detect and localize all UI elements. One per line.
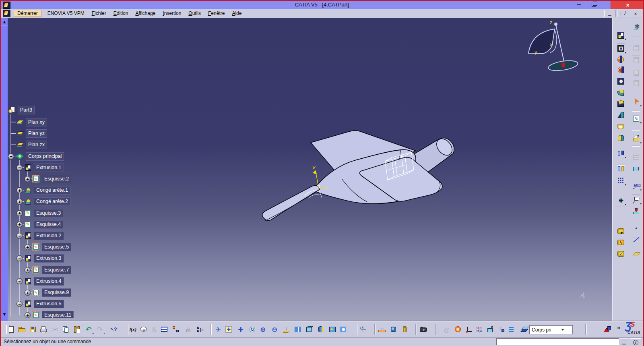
measure-item-button[interactable] — [389, 325, 398, 334]
restore-button[interactable] — [587, 1, 601, 9]
knowledge-inspector-button[interactable]: ≈ — [139, 325, 148, 334]
shell-button[interactable] — [617, 122, 625, 131]
edge-fillet-button[interactable] — [617, 89, 625, 97]
tree-expander-esquisse-3[interactable]: + — [17, 210, 23, 216]
tree-expander-esquisse-4[interactable]: + — [17, 222, 23, 228]
undo-button[interactable]: ↶▾ — [84, 325, 93, 334]
capture-button[interactable] — [419, 325, 428, 334]
whats-this-button[interactable]: ↖? — [109, 325, 118, 334]
menu-item-enovia-v5-vpm[interactable]: ENOVIA V5 VPM — [44, 10, 88, 17]
tree-icon-esquisse-2[interactable]: ✎ — [32, 175, 39, 182]
tree-expander-extrusion-4[interactable]: − — [17, 278, 23, 284]
tree-icon-extrusion-1[interactable] — [24, 164, 31, 171]
tree-icon-conge-arete-2[interactable] — [24, 198, 31, 205]
tree-item-extrusion-2[interactable]: Extrusion.2 — [34, 232, 64, 240]
tree-icon-extrusion-5[interactable] — [24, 300, 31, 307]
isometric-view-button[interactable] — [305, 325, 314, 334]
tree-expander-esquisse-9[interactable]: + — [25, 290, 31, 296]
more-tools-button[interactable]: » — [614, 325, 623, 334]
power-input-button[interactable] — [454, 325, 462, 334]
point-button[interactable] — [632, 224, 641, 233]
menu-item-affichage[interactable]: Affichage — [132, 10, 159, 17]
render-style-button[interactable] — [316, 325, 325, 334]
pan-button[interactable]: ✚ — [236, 325, 245, 334]
tree-expander-esquisse-7[interactable]: + — [25, 267, 31, 273]
multi-view-button[interactable] — [293, 325, 302, 334]
redo-button[interactable]: ↷▾ — [95, 325, 104, 334]
tree-item-extrusion-3[interactable]: Extrusion.3 — [34, 254, 64, 263]
mdi-restore-button[interactable] — [617, 10, 628, 17]
zoom-in-button[interactable]: ⊕ — [258, 325, 267, 334]
close-button[interactable]: × — [611, 1, 644, 10]
paste-button[interactable] — [73, 325, 82, 334]
lock-button[interactable]: ∩ — [184, 325, 193, 334]
shaft-button[interactable] — [617, 55, 625, 64]
fly-mode-button[interactable]: ✈ — [214, 325, 223, 334]
menu-item-insertion[interactable]: Insertion — [159, 10, 185, 17]
scroll-up-arrow[interactable]: ▲ — [1, 19, 8, 25]
print-button[interactable] — [39, 325, 48, 334]
new-document-button[interactable] — [7, 325, 16, 334]
disabled-feature-2-button[interactable] — [632, 56, 641, 65]
line-button[interactable] — [632, 235, 641, 244]
body-selector-combo[interactable]: Corps principal — [529, 325, 573, 334]
tree-icon-conge-arete-1[interactable] — [24, 186, 31, 194]
open-catalog-button[interactable]: ▾ — [632, 135, 641, 143]
measure-inertia-button[interactable] — [400, 325, 409, 334]
menu-item-fichier[interactable]: Fichier — [88, 10, 110, 17]
stamp-button[interactable] — [632, 207, 641, 216]
close-surface-button[interactable] — [520, 325, 528, 334]
tree-item-esquisse-9[interactable]: Esquisse.9 — [42, 288, 71, 297]
mirror-button[interactable] — [617, 164, 625, 173]
tree-item-esquisse-4[interactable]: Esquisse.4 — [34, 220, 63, 229]
tree-icon-esquisse-7[interactable]: ✎ — [32, 266, 39, 273]
tree-icon-plan-zx[interactable] — [16, 141, 23, 148]
dialog-toggle-button[interactable] — [619, 338, 629, 346]
normal-view-button[interactable]: ↑ — [282, 325, 291, 334]
catalog-instantiate-button[interactable]: ✓ — [617, 249, 625, 258]
tree-icon-esquisse-11[interactable]: ✎ — [32, 311, 39, 318]
hide-show-button[interactable] — [328, 325, 337, 334]
mdi-close-button[interactable]: × — [630, 10, 641, 17]
draft-angle-button[interactable] — [617, 111, 625, 120]
formula-button[interactable]: f(x) — [128, 325, 137, 334]
tree-item-conge-arete-2[interactable]: Congé arête.2 — [34, 197, 70, 206]
select-arrow-button[interactable]: ▾ — [632, 97, 641, 106]
tree-icon-extrusion-3[interactable] — [24, 255, 31, 262]
sketcher-button[interactable]: ✎▾ — [632, 114, 641, 123]
tree-item-esquisse-2[interactable]: Esquisse.2 — [42, 175, 71, 183]
equivalent-dimensions-button[interactable]: }= — [196, 325, 204, 334]
design-table-button[interactable] — [160, 325, 169, 334]
tree-item-extrusion-4[interactable]: Extrusion.4 — [34, 277, 64, 286]
fit-all-in-button[interactable]: ✚ — [224, 325, 233, 334]
tree-expander-extrusion-1[interactable]: − — [17, 165, 23, 171]
menu-item-edition[interactable]: Edition — [110, 10, 132, 17]
pocket-button[interactable]: ▾ — [617, 44, 625, 53]
relations-button[interactable]: ↔ — [171, 325, 180, 334]
mean-dimensions-button[interactable]: 10,110,0 — [475, 325, 483, 334]
publish-button[interactable]: @ — [442, 325, 451, 334]
annotation-abc-button[interactable]: ABC↙▾ — [632, 182, 641, 191]
hole-button[interactable] — [617, 77, 625, 86]
mdi-minimize-button[interactable] — [604, 10, 615, 17]
tree-icon-plan-xy[interactable] — [16, 118, 23, 126]
command-input[interactable] — [496, 338, 619, 345]
chevron-down-icon[interactable] — [551, 326, 572, 334]
cut-button[interactable]: ✂ — [51, 325, 60, 334]
tree-item-esquisse-3[interactable]: Esquisse.3 — [34, 209, 63, 218]
tree-icon-esquisse-5[interactable]: ✎ — [32, 243, 39, 251]
tree-icon-part3[interactable] — [8, 106, 15, 114]
tree-item-esquisse-7[interactable]: Esquisse.7 — [42, 266, 71, 274]
generative-shape-button[interactable] — [603, 325, 612, 334]
sew-surface-button[interactable]: ↗ — [486, 325, 495, 334]
tree-icon-extrusion-4[interactable] — [24, 278, 31, 285]
tree-expander-extrusion-2[interactable]: − — [17, 233, 23, 239]
minimize-button[interactable] — [573, 1, 585, 9]
menu-item-fenetre[interactable]: Fenêtre — [204, 10, 228, 17]
dimension-cube-button[interactable]: I — [632, 164, 641, 173]
flag-note-button[interactable]: ↙▾ — [632, 195, 641, 204]
axis-system-button[interactable] — [465, 325, 474, 334]
info-button[interactable]: i — [630, 338, 641, 346]
kinematics-button[interactable] — [497, 325, 506, 334]
scaling-button[interactable]: ✚▾ — [617, 196, 625, 205]
